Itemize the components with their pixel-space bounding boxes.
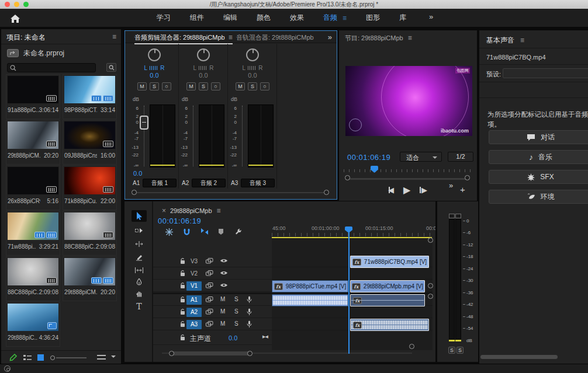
voiceover-mic-icon[interactable]: [247, 296, 252, 304]
fader-track[interactable]: [193, 106, 193, 166]
track-output-eye-icon[interactable]: [220, 258, 228, 263]
clip-thumbnail[interactable]: [8, 258, 58, 285]
pen-tool[interactable]: [132, 276, 147, 288]
home-button[interactable]: [7, 13, 23, 25]
hand-tool[interactable]: [132, 288, 147, 299]
tab-audio-track-mixer[interactable]: 音轨混合器: 29t888piCMpb: [236, 33, 314, 42]
voiceover-mic-icon[interactable]: [247, 308, 252, 316]
pan-knob[interactable]: [148, 48, 161, 61]
solo-button[interactable]: S: [248, 82, 257, 90]
linked-selection-icon[interactable]: [200, 228, 209, 235]
panel-menu-icon[interactable]: ≡: [112, 33, 116, 41]
panel-overflow-button[interactable]: »: [328, 33, 332, 41]
clip-thumbnail[interactable]: [64, 121, 115, 149]
fader-track[interactable]: [144, 106, 144, 166]
mute-button[interactable]: M: [186, 82, 196, 90]
master-pan-icon[interactable]: ▶◀: [262, 334, 268, 339]
tab-effects[interactable]: 效果: [290, 13, 304, 23]
zoom-slider-track[interactable]: [56, 357, 87, 358]
project-item[interactable]: 88C888piC..2:09:08: [64, 212, 115, 254]
fader-value[interactable]: 0.0: [133, 170, 142, 177]
project-item[interactable]: 29t888piCM..20:20: [64, 258, 115, 299]
list-view-icon[interactable]: [23, 355, 32, 361]
step-back-button[interactable]: ◀: [388, 186, 390, 194]
project-item[interactable]: 91a888piC..3:06:14: [8, 76, 58, 117]
track-target-a2[interactable]: A2: [186, 308, 202, 317]
nest-sequence-icon[interactable]: [165, 228, 173, 236]
selection-tool[interactable]: [132, 210, 147, 222]
essential-sound-scrollbar[interactable]: [480, 355, 558, 359]
clip-name[interactable]: 29t888piC..: [8, 334, 37, 341]
solo-track-button[interactable]: S: [234, 296, 238, 302]
tab-learning[interactable]: 学习: [157, 13, 171, 23]
clip-name[interactable]: 71k888piCu..: [64, 198, 97, 204]
slip-tool[interactable]: [132, 264, 147, 276]
pan-value[interactable]: 0.0: [228, 72, 277, 79]
timeline-audio-clip-a1-right[interactable]: fx: [350, 294, 425, 306]
lock-icon[interactable]: [180, 334, 185, 341]
master-volume-value[interactable]: 0.0: [229, 334, 237, 341]
tab-audio-clip-mixer[interactable]: 音频剪辑混合器: 29t888piCMpb≡: [134, 33, 233, 42]
preset-select[interactable]: [503, 68, 588, 78]
tag-music-button[interactable]: ♪ 音乐: [489, 150, 588, 164]
fader-track[interactable]: [242, 106, 243, 166]
clip-thumbnail[interactable]: [8, 76, 58, 103]
track-select-forward-tool[interactable]: [132, 225, 147, 236]
zoom-level-select[interactable]: 适合: [400, 152, 442, 162]
track-target-v1[interactable]: V1: [186, 281, 202, 291]
mute-track-button[interactable]: M: [220, 308, 225, 315]
search-bin-button[interactable]: [106, 63, 116, 72]
zoom-slider-handle[interactable]: [50, 355, 55, 360]
zoom-handle-right[interactable]: [247, 351, 253, 356]
tab-color[interactable]: 颜色: [257, 13, 271, 23]
zoom-window-button[interactable]: [23, 2, 29, 7]
track-target-a1[interactable]: A1: [186, 295, 202, 305]
program-timecode[interactable]: 00:01:06:19: [347, 153, 390, 162]
scroll-end-handle[interactable]: [409, 344, 414, 349]
track-output-eye-icon[interactable]: [220, 270, 228, 276]
timeline-clip-v1-98p[interactable]: fx 98P888piCTue.mp4 [V]: [272, 280, 348, 292]
lane-v2[interactable]: [272, 268, 433, 280]
project-item[interactable]: 98P888piCT..33:14: [64, 76, 115, 117]
timeline-clip-v1-29t[interactable]: fx 29t888piCMpb.mp4 [V]: [350, 280, 425, 292]
play-button[interactable]: ▶: [403, 184, 410, 196]
clip-thumbnail[interactable]: [8, 167, 58, 194]
add-marker-icon[interactable]: [218, 228, 224, 235]
clip-name[interactable]: 71w888pi..: [8, 243, 36, 250]
clip-thumbnail[interactable]: [64, 76, 115, 103]
playback-resolution-select[interactable]: 1/2: [448, 152, 473, 162]
timeline-zoom-scrollbar[interactable]: [170, 351, 252, 355]
track-target-a3[interactable]: A3: [186, 320, 202, 329]
razor-tool[interactable]: [132, 252, 147, 263]
icon-view-button[interactable]: [37, 354, 44, 361]
clip-name[interactable]: 09J888piCnsf..: [64, 152, 97, 159]
pan-knob[interactable]: [246, 48, 259, 61]
tab-audio[interactable]: 音频: [323, 13, 337, 23]
solo-track-button[interactable]: S: [234, 320, 238, 327]
workspace-menu-icon[interactable]: ≡: [343, 14, 347, 22]
clip-name[interactable]: 26x888piCRvB..: [8, 198, 40, 204]
mixer-scrollbar-handle-left[interactable]: [132, 190, 137, 195]
program-scroll-handle-right[interactable]: [465, 175, 470, 180]
track-output-eye-icon[interactable]: [220, 283, 228, 288]
lock-icon[interactable]: [180, 258, 185, 264]
sequence-tab[interactable]: 29t888piCMpb≡: [170, 207, 221, 215]
write-keyframes-button[interactable]: ○: [211, 82, 220, 90]
track-name-field[interactable]: 音频 3: [241, 179, 275, 187]
bin-name[interactable]: 未命名.prproj: [23, 48, 64, 58]
clip-thumbnail[interactable]: [64, 167, 115, 194]
clip-name[interactable]: 98P888piCT..: [64, 107, 97, 113]
vertical-scroll-handle[interactable]: [428, 294, 433, 299]
sync-lock-icon[interactable]: [206, 258, 213, 264]
clip-thumbnail[interactable]: [64, 258, 115, 285]
program-scroll-handle-left[interactable]: [345, 175, 350, 180]
project-item[interactable]: 71k888piCu..22:00: [64, 167, 115, 208]
lane-a2[interactable]: [272, 306, 433, 318]
timeline-timecode[interactable]: 00:01:06:19: [158, 217, 201, 225]
program-scroll-track[interactable]: [350, 178, 466, 180]
mixer-scrollbar-handle-right[interactable]: [324, 190, 329, 195]
program-mini-ruler[interactable]: [344, 169, 472, 172]
write-keyframes-button[interactable]: ○: [260, 82, 269, 90]
track-target-v2[interactable]: V2: [186, 269, 202, 278]
tab-graphics[interactable]: 图形: [366, 13, 380, 23]
